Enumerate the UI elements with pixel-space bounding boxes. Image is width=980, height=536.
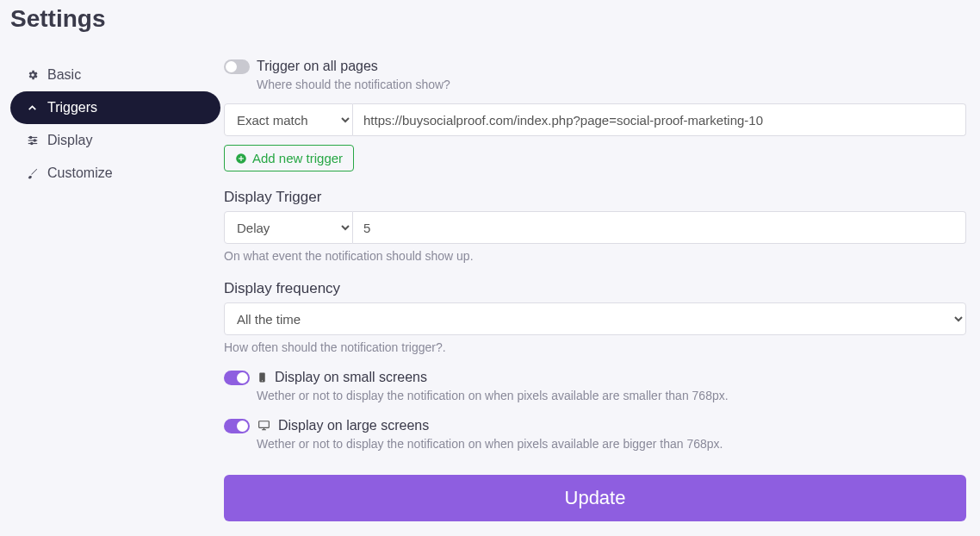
svg-point-3 bbox=[29, 136, 31, 138]
svg-point-10 bbox=[262, 380, 263, 381]
display-frequency-label: Display frequency bbox=[224, 280, 966, 297]
svg-rect-11 bbox=[259, 421, 270, 428]
display-trigger-value-input[interactable] bbox=[353, 211, 966, 244]
sidebar-item-basic[interactable]: Basic bbox=[10, 59, 220, 91]
sidebar-item-label: Triggers bbox=[47, 100, 97, 115]
display-trigger-type-select[interactable]: Delay bbox=[224, 211, 353, 244]
update-button[interactable]: Update bbox=[224, 475, 966, 521]
add-new-trigger-button[interactable]: Add new trigger bbox=[224, 145, 354, 171]
desktop-icon bbox=[257, 420, 271, 432]
display-large-help: Wether or not to display the notificatio… bbox=[257, 437, 966, 451]
sidebar-item-label: Customize bbox=[47, 165, 113, 181]
display-frequency-select[interactable]: All the time bbox=[224, 302, 966, 335]
content-area: Trigger on all pages Where should the no… bbox=[224, 59, 980, 521]
display-small-help: Wether or not to display the notificatio… bbox=[257, 389, 966, 402]
display-small-label: Display on small screens bbox=[275, 370, 427, 385]
display-small-toggle[interactable] bbox=[224, 371, 250, 385]
trigger-all-pages-help: Where should the notification show? bbox=[257, 78, 966, 91]
settings-sidebar: Basic Triggers Display Customize bbox=[0, 59, 224, 521]
svg-point-4 bbox=[34, 140, 35, 141]
trigger-match-type-select[interactable]: Exact match bbox=[224, 103, 353, 136]
sidebar-item-label: Display bbox=[47, 133, 92, 148]
trigger-all-pages-toggle[interactable] bbox=[224, 59, 250, 74]
trigger-all-pages-label: Trigger on all pages bbox=[257, 59, 378, 74]
sidebar-item-display[interactable]: Display bbox=[10, 124, 220, 157]
trigger-url-input[interactable] bbox=[353, 103, 966, 136]
display-frequency-help: How often should the notification trigge… bbox=[224, 340, 966, 354]
svg-point-5 bbox=[30, 142, 32, 144]
sliders-icon bbox=[26, 134, 39, 147]
mobile-icon bbox=[257, 371, 268, 384]
sidebar-item-customize[interactable]: Customize bbox=[10, 157, 220, 190]
page-title: Settings bbox=[0, 0, 980, 33]
display-trigger-label: Display Trigger bbox=[224, 189, 966, 206]
display-trigger-help: On what event the notification should sh… bbox=[224, 249, 966, 263]
brush-icon bbox=[26, 167, 39, 180]
plus-circle-icon bbox=[235, 153, 247, 165]
chevron-up-icon bbox=[26, 102, 39, 115]
add-new-trigger-label: Add new trigger bbox=[252, 151, 343, 165]
sidebar-item-triggers[interactable]: Triggers bbox=[10, 91, 220, 124]
display-large-label: Display on large screens bbox=[278, 418, 429, 433]
sidebar-item-label: Basic bbox=[47, 67, 81, 83]
display-large-toggle[interactable] bbox=[224, 419, 250, 433]
gear-icon bbox=[26, 69, 39, 82]
